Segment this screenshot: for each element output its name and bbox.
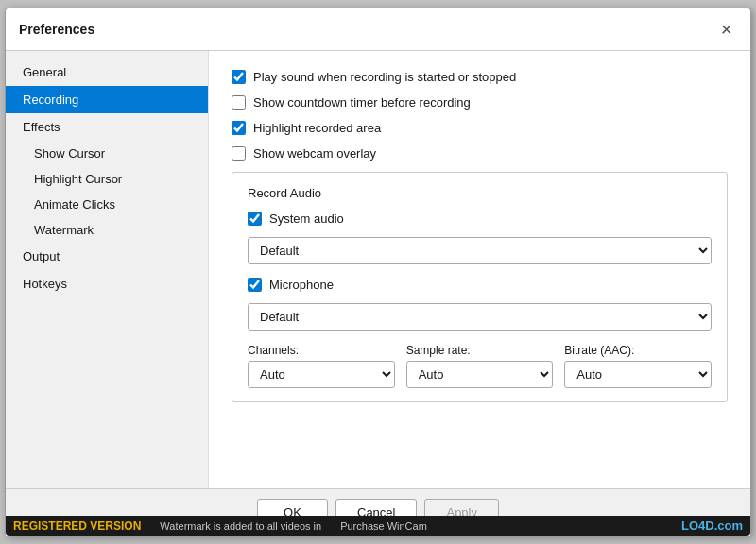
- sidebar: General Recording Effects Show Cursor Hi…: [6, 51, 209, 488]
- record-audio-box: Record Audio System audio Default: [232, 172, 728, 402]
- title-bar: Preferences ✕: [6, 8, 750, 51]
- system-audio-section: System audio Default: [248, 212, 712, 264]
- microphone-dropdown-row: Default: [248, 303, 712, 331]
- microphone-check-row: Microphone: [248, 278, 712, 292]
- check-play-sound-row: Play sound when recording is started or …: [232, 70, 728, 84]
- record-audio-title: Record Audio: [248, 186, 712, 200]
- microphone-dropdown[interactable]: Default: [248, 303, 712, 331]
- sample-rate-label: Sample rate:: [406, 344, 554, 357]
- audio-settings-row: Channels: Auto Sample rate: Auto Bitrate…: [248, 344, 712, 388]
- microphone-section: Microphone Default: [248, 278, 712, 331]
- sample-rate-dropdown[interactable]: Auto: [406, 361, 554, 388]
- sample-rate-field: Sample rate: Auto: [406, 344, 554, 388]
- channels-label: Channels:: [248, 344, 395, 357]
- dialog-title: Preferences: [19, 22, 94, 37]
- system-audio-check-row: System audio: [248, 212, 712, 226]
- check-countdown[interactable]: [232, 95, 246, 110]
- check-webcam-row: Show webcam overlay: [232, 146, 728, 161]
- check-countdown-row: Show countdown timer before recording: [232, 95, 728, 110]
- preferences-dialog: Preferences ✕ General Recording Effects …: [5, 8, 751, 536]
- channels-field: Channels: Auto: [248, 344, 395, 388]
- bitrate-label: Bitrate (AAC):: [564, 344, 712, 357]
- sidebar-item-hotkeys[interactable]: Hotkeys: [6, 270, 208, 298]
- close-button[interactable]: ✕: [714, 18, 737, 41]
- sidebar-item-animate-clicks[interactable]: Animate Clicks: [6, 192, 208, 217]
- logo-label: LO4D.com: [681, 518, 743, 533]
- sidebar-item-general[interactable]: General: [6, 59, 208, 86]
- sidebar-item-effects[interactable]: Effects: [6, 113, 208, 141]
- channels-dropdown[interactable]: Auto: [248, 361, 395, 388]
- check-webcam[interactable]: [232, 146, 246, 161]
- sidebar-item-recording[interactable]: Recording: [6, 86, 208, 113]
- watermark-bar: REGISTERED VERSION Watermark is added to…: [6, 516, 750, 536]
- system-audio-dropdown[interactable]: Default: [248, 237, 712, 264]
- watermark-message: Watermark is added to all videos in: [160, 520, 321, 532]
- check-countdown-label[interactable]: Show countdown timer before recording: [253, 95, 471, 110]
- sidebar-item-output[interactable]: Output: [6, 243, 208, 270]
- sidebar-item-highlight-cursor[interactable]: Highlight Cursor: [6, 166, 208, 192]
- check-highlight-area[interactable]: [232, 121, 246, 135]
- microphone-checkbox[interactable]: [248, 278, 262, 292]
- sidebar-item-show-cursor[interactable]: Show Cursor: [6, 141, 208, 166]
- dialog-body: General Recording Effects Show Cursor Hi…: [6, 51, 750, 488]
- check-highlight-area-row: Highlight recorded area: [232, 121, 728, 135]
- purchase-label: Purchase WinCam: [340, 520, 427, 532]
- bitrate-dropdown[interactable]: Auto: [564, 361, 712, 388]
- microphone-label[interactable]: Microphone: [269, 278, 334, 292]
- check-play-sound[interactable]: [232, 70, 246, 84]
- check-highlight-area-label[interactable]: Highlight recorded area: [253, 121, 381, 135]
- bitrate-field: Bitrate (AAC): Auto: [564, 344, 712, 388]
- registered-label: REGISTERED VERSION: [13, 519, 141, 533]
- system-audio-label[interactable]: System audio: [269, 212, 344, 226]
- recording-content: Play sound when recording is started or …: [209, 51, 750, 488]
- sidebar-item-watermark[interactable]: Watermark: [6, 217, 208, 243]
- check-webcam-label[interactable]: Show webcam overlay: [253, 146, 376, 161]
- system-audio-checkbox[interactable]: [248, 212, 262, 226]
- system-audio-dropdown-row: Default: [248, 237, 712, 264]
- check-play-sound-label[interactable]: Play sound when recording is started or …: [253, 70, 516, 84]
